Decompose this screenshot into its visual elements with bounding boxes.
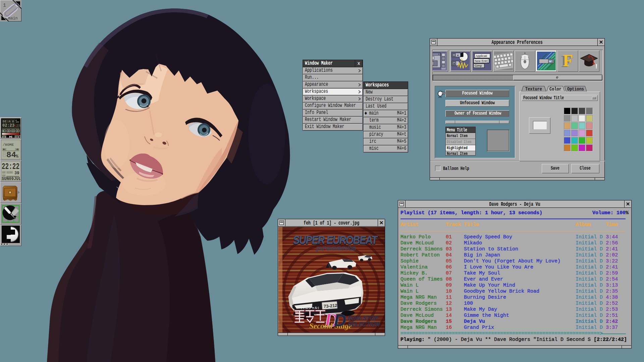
svg-text:Applicati: Applicati — [476, 54, 487, 58]
svg-text:J: J — [7, 120, 8, 123]
svg-text:ALRM: ALRM — [7, 171, 12, 174]
svg-text:Gimp: Gimp — [475, 64, 482, 67]
svg-text:15: 15 — [16, 124, 20, 128]
svg-text:22:22: 22:22 — [2, 162, 19, 172]
svg-text:73-212: 73-212 — [323, 303, 337, 309]
svg-text:02:23: 02:23 — [2, 123, 14, 128]
svg-text:/HOME: /HOME — [3, 143, 14, 147]
svg-text:DE: DE — [3, 120, 7, 123]
svg-text:SELECTION: SELECTION — [347, 321, 381, 327]
svg-text:1: 1 — [3, 3, 6, 8]
svg-text:F: F — [563, 52, 573, 70]
svg-text:U: U — [12, 120, 14, 123]
svg-text:%: % — [16, 154, 18, 159]
svg-text:✕: ✕ — [438, 53, 439, 56]
svg-text:SUN09JUL: SUN09JUL — [2, 177, 20, 181]
svg-text:AM: AM — [2, 171, 5, 174]
svg-text:New Entr|: New Entr| — [475, 59, 488, 63]
svg-text:39: 39 — [14, 171, 19, 176]
svg-text:!: ! — [594, 63, 598, 70]
svg-text:Texture: Texture — [525, 86, 542, 92]
svg-text:A: A — [9, 120, 11, 123]
svg-text:main: main — [8, 16, 18, 21]
svg-text:✕: ✕ — [457, 54, 459, 57]
svg-text:✕: ✕ — [453, 62, 455, 66]
svg-text:∞: ∞ — [15, 119, 17, 122]
svg-text:presents: presents — [316, 244, 356, 252]
svg-text:（イニシャル）: （イニシャル） — [299, 306, 321, 309]
svg-text:Options: Options — [567, 86, 584, 92]
svg-text:✕: ✕ — [549, 60, 551, 64]
svg-text:NON-STOP: NON-STOP — [347, 315, 379, 321]
svg-text:84: 84 — [6, 150, 16, 159]
